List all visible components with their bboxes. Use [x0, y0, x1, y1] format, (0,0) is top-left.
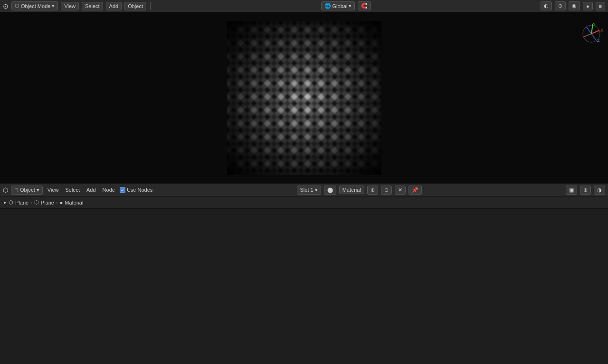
- view-menu[interactable]: View: [61, 2, 79, 10]
- node-node-btn[interactable]: Node: [101, 186, 117, 194]
- svg-rect-11: [227, 21, 381, 175]
- breadcrumb-sep-1: ›: [30, 200, 32, 205]
- breadcrumb-item-1[interactable]: Plane: [15, 200, 28, 205]
- breadcrumb-item-2[interactable]: Plane: [41, 200, 54, 205]
- node-view-btn[interactable]: View: [46, 186, 61, 194]
- add-menu[interactable]: Add: [106, 2, 122, 10]
- svg-text:Z: Z: [597, 38, 600, 43]
- viewport-shading-3[interactable]: ◉: [569, 1, 580, 10]
- material-label: Material: [342, 187, 361, 193]
- chevron-down-icon2: ▾: [349, 3, 352, 9]
- breadcrumb-item-3[interactable]: Material: [65, 200, 83, 205]
- pin-btn[interactable]: 📌: [408, 186, 422, 195]
- unlink-material-btn[interactable]: ✕: [395, 186, 406, 195]
- global-selector[interactable]: 🌐 Global ▾: [321, 1, 355, 10]
- viewport-shading-4[interactable]: ●: [583, 2, 593, 10]
- chevron-down-icon: ▾: [52, 3, 55, 9]
- slot-selector[interactable]: Slot 1 ▾: [297, 186, 321, 195]
- node-canvas: ▾ Gabor Texture Value Phase Intensity: [0, 209, 608, 364]
- mode-label: Object Mode: [21, 3, 50, 9]
- svg-line-14: [583, 34, 591, 37]
- mode-selector[interactable]: ⬡ Object Mode ▾: [11, 1, 58, 10]
- use-nodes-toggle[interactable]: ✓ Use Nodes: [120, 187, 152, 193]
- object-menu[interactable]: Object: [124, 2, 146, 10]
- node-editor-icon: ⬡: [3, 187, 8, 194]
- connections-overlay: [0, 209, 608, 364]
- svg-line-15: [586, 27, 591, 34]
- mode-icon: ⬡: [15, 3, 19, 9]
- snap-button[interactable]: 🧲: [358, 1, 371, 10]
- chevron-icon: ▾: [37, 187, 39, 193]
- theme-btn[interactable]: ◑: [594, 186, 605, 195]
- gizmo-btn[interactable]: ⊕: [580, 186, 591, 195]
- svg-text:Y: Y: [593, 22, 596, 27]
- breadcrumb-bar: ▸ ⬡ Plane › ⬡ Plane › ● Material: [0, 196, 608, 209]
- use-nodes-label: Use Nodes: [127, 187, 152, 193]
- render-preview: [227, 21, 381, 175]
- viewport-shading-2[interactable]: ⊙: [555, 1, 566, 10]
- viewport-shading-1[interactable]: ◐: [541, 1, 552, 10]
- viewport: X Y Z: [0, 12, 608, 183]
- breadcrumb-plane-icon-1: ⬡: [9, 199, 13, 205]
- axis-indicator: X Y Z: [580, 22, 598, 41]
- node-toolbar: ⬡ ◻ Object ▾ View Select Add Node ✓ Use …: [0, 183, 608, 196]
- new-material-btn[interactable]: ⊕: [367, 186, 378, 195]
- breadcrumb-icon-2: ⬡: [34, 199, 39, 205]
- overlay-btn[interactable]: ▣: [566, 186, 577, 195]
- browse-material-btn[interactable]: ⊖: [381, 186, 392, 195]
- breadcrumb-icon-1: ▸: [4, 199, 7, 205]
- object-icon: ◻: [14, 187, 19, 193]
- use-nodes-checkbox[interactable]: ✓: [120, 187, 125, 193]
- node-select-btn[interactable]: Select: [63, 186, 82, 194]
- blender-logo-icon[interactable]: ⊙: [3, 2, 9, 10]
- svg-line-13: [591, 30, 599, 34]
- svg-line-16: [591, 34, 597, 41]
- breadcrumb-material-icon: ●: [60, 200, 63, 205]
- settings-button[interactable]: ≡: [596, 2, 605, 10]
- top-toolbar: ⊙ ⬡ Object Mode ▾ View Select Add Object…: [0, 0, 608, 12]
- material-sphere-icon: ⬤: [327, 187, 333, 193]
- global-icon: 🌐: [324, 3, 331, 9]
- select-menu[interactable]: Select: [82, 2, 103, 10]
- breadcrumb-sep-2: ›: [56, 200, 58, 205]
- node-object-selector[interactable]: ◻ Object ▾: [11, 186, 43, 195]
- material-selector[interactable]: Material: [339, 186, 364, 194]
- chevron-icon2: ▾: [315, 187, 318, 193]
- slot-label: Slot 1: [300, 187, 314, 193]
- svg-text:X: X: [600, 28, 603, 33]
- global-label: Global: [332, 3, 348, 9]
- node-add-btn[interactable]: Add: [85, 186, 98, 194]
- separator: [150, 2, 151, 10]
- object-label: Object: [20, 187, 35, 193]
- material-icon-btn[interactable]: ⬤: [324, 186, 336, 195]
